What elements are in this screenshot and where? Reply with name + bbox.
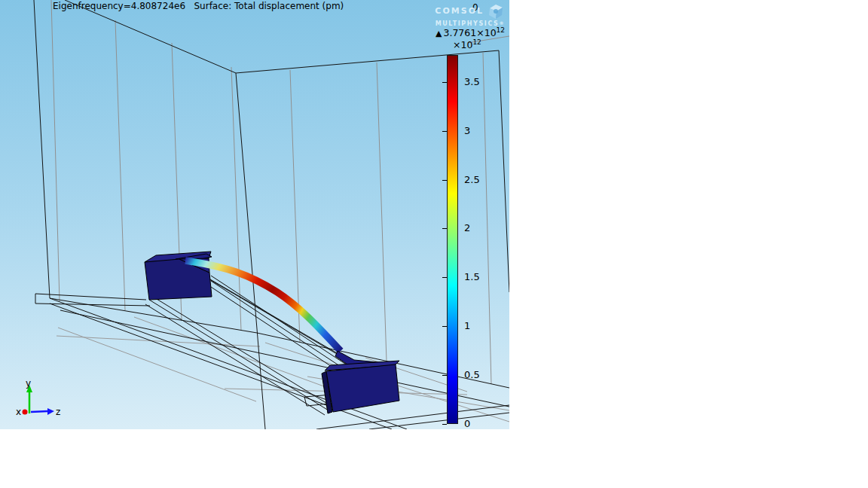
axis-triad: y z x xyxy=(16,378,60,417)
z-axis-arrow xyxy=(47,408,54,415)
z-axis-label: z xyxy=(56,407,60,417)
colorbar-tick-mark xyxy=(442,375,447,376)
colorbar-tick-mark xyxy=(442,228,447,229)
y-axis-label: y xyxy=(26,378,31,389)
logo-registered-mark: ® xyxy=(499,20,505,26)
colorbar-tick-mark xyxy=(442,277,447,278)
comsol-logo: COMSOL MULTIPHYSICS® xyxy=(435,2,505,27)
colorbar-tick-label: 3.5 xyxy=(464,76,480,87)
colorbar-tick-mark xyxy=(442,82,447,83)
colorbar-tick-mark xyxy=(442,326,447,327)
max-triangle-icon: ▲ xyxy=(436,29,442,38)
x-axis-label: x xyxy=(16,407,21,417)
graphics-viewport[interactable]: y z x Eigenfrequency=4.808724e6 Surface:… xyxy=(0,0,509,429)
colorbar-scale-label: ×1012 xyxy=(453,38,481,50)
colorbar-tick-mark xyxy=(442,180,447,181)
anchor-block-right xyxy=(322,351,399,413)
colorbar-tick-label: 1.5 xyxy=(464,271,480,282)
comsol-cube-icon xyxy=(487,2,505,20)
colorbar-tick-label: 3 xyxy=(464,125,470,136)
x-axis-dot xyxy=(23,410,28,415)
colorbar-tick-label: 0 xyxy=(464,418,470,429)
colorbar xyxy=(447,55,458,424)
colorbar-tick-mark xyxy=(442,424,447,425)
colorbar-tick-mark xyxy=(442,131,447,132)
colorbar-tick-label: 2 xyxy=(464,222,470,233)
colorbar-tick-label: 1 xyxy=(464,320,470,331)
plot-title: Eigenfrequency=4.808724e6 Surface: Total… xyxy=(53,1,344,11)
anchor-block-left xyxy=(145,252,212,300)
colorbar-tick-label: 0.5 xyxy=(464,369,480,380)
page-canvas: y z x Eigenfrequency=4.808724e6 Surface:… xyxy=(0,0,868,488)
colorbar-max-label: ▲3.7761×1012 xyxy=(436,26,505,38)
colorbar-tick-label: 2.5 xyxy=(464,174,480,185)
comsol-logo-text: COMSOL xyxy=(435,7,484,16)
bounding-box-wireframe xyxy=(34,0,509,429)
floor-grid-lines xyxy=(57,317,509,422)
scene-3d[interactable]: y z x xyxy=(0,0,509,429)
